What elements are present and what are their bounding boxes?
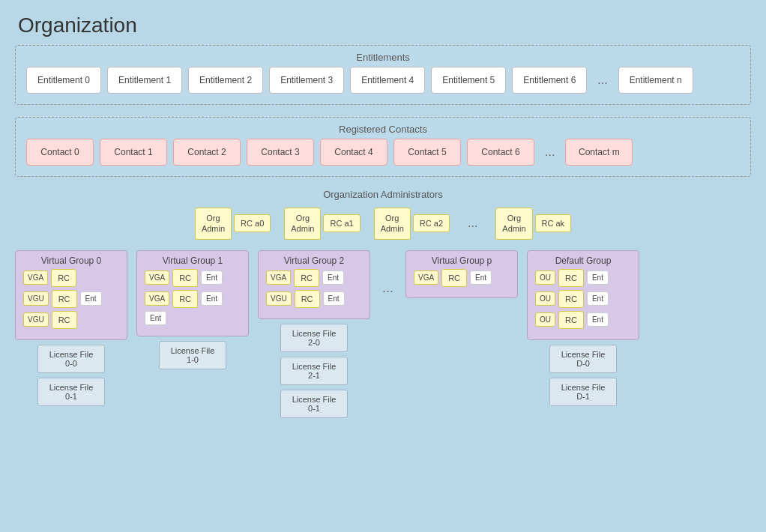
contact-item-4[interactable]: Contact 4 <box>320 139 387 166</box>
rc-box-d-2[interactable]: RC <box>558 311 584 329</box>
entitlement-item-1[interactable]: Entitlement 1 <box>107 67 182 94</box>
virtual-group-0-wrapper: Virtual Group 0 VGA RC VGU RC Ent VGU RC <box>15 250 127 406</box>
vg1-license-files: License File1-0 <box>159 341 226 369</box>
contacts-section: Registered Contacts Contact 0 Contact 1 … <box>15 117 751 177</box>
rc-box-ak[interactable]: RC ak <box>535 214 572 232</box>
rc-box-d-1[interactable]: RC <box>558 290 584 308</box>
vga-box-0-0[interactable]: VGA <box>23 270 48 285</box>
ent-box-1-0[interactable]: Ent <box>201 270 223 285</box>
ent-box-0-0[interactable]: Ent <box>80 291 102 306</box>
contact-item-3[interactable]: Contact 3 <box>247 139 314 166</box>
rc-box-d-0[interactable]: RC <box>558 269 584 287</box>
rc-box-2-0[interactable]: RC <box>294 269 319 287</box>
vg1-row-0: VGA RC Ent <box>145 269 241 287</box>
ou-box-1[interactable]: OU <box>535 291 555 306</box>
entitlement-item-2[interactable]: Entitlement 2 <box>188 67 263 94</box>
rc-box-a0[interactable]: RC a0 <box>234 214 271 232</box>
org-admin-box-0[interactable]: OrgAdmin <box>195 208 232 240</box>
rc-box-2-1[interactable]: RC <box>295 290 320 308</box>
entitlements-row: Entitlement 0 Entitlement 1 Entitlement … <box>26 67 740 94</box>
entitlement-item-n[interactable]: Entitlement n <box>618 67 693 94</box>
vg2-row-0: VGA RC Ent <box>266 269 362 287</box>
ent-box-p-0[interactable]: Ent <box>470 270 492 285</box>
vg0-row-0: VGA RC <box>23 269 119 287</box>
entitlement-item-5[interactable]: Entitlement 5 <box>431 67 506 94</box>
rc-box-a2[interactable]: RC a2 <box>413 214 450 232</box>
main-content: Entitlements Entitlement 0 Entitlement 1… <box>0 45 766 426</box>
entitlement-item-3[interactable]: Entitlement 3 <box>269 67 344 94</box>
license-file-0-0[interactable]: License File0-0 <box>37 345 105 373</box>
entitlement-item-6[interactable]: Entitlement 6 <box>512 67 587 94</box>
ent-box-2-1[interactable]: Ent <box>323 291 345 306</box>
rc-box-1-0[interactable]: RC <box>172 269 198 287</box>
rc-box-0-0[interactable]: RC <box>51 269 76 287</box>
org-admin-pair-2: OrgAdmin RC a2 <box>374 208 450 240</box>
contact-item-6[interactable]: Contact 6 <box>467 139 534 166</box>
ent-box-d-0[interactable]: Ent <box>587 270 609 285</box>
ent-box-d-2[interactable]: Ent <box>587 312 609 327</box>
org-admin-box-2[interactable]: OrgAdmin <box>374 208 411 240</box>
vg1-row-2: Ent <box>145 311 241 325</box>
virtual-group-p-label: Virtual Group p <box>432 256 492 266</box>
rc-box-0-2[interactable]: RC <box>52 311 77 329</box>
virtual-group-2: Virtual Group 2 VGA RC Ent VGU RC Ent <box>258 250 370 319</box>
contact-item-2[interactable]: Contact 2 <box>173 139 241 166</box>
vg0-row-2: VGU RC <box>23 311 119 329</box>
virtual-group-0: Virtual Group 0 VGA RC VGU RC Ent VGU RC <box>15 250 127 340</box>
vga-box-p-0[interactable]: VGA <box>414 270 438 285</box>
vgu-box-0-1[interactable]: VGU <box>23 312 49 327</box>
license-file-2-0[interactable]: License File2-0 <box>280 324 348 352</box>
org-admins-section: Organization Administrators OrgAdmin RC … <box>15 189 751 240</box>
vgp-row-0: VGA RC Ent <box>414 269 510 287</box>
org-admins-row: OrgAdmin RC a0 OrgAdmin RC a1 OrgAdmin R… <box>15 208 751 240</box>
contact-item-5[interactable]: Contact 5 <box>393 139 461 166</box>
ou-box-0[interactable]: OU <box>535 270 555 285</box>
ent-box-1-2[interactable]: Ent <box>145 311 166 325</box>
dg-row-2: OU RC Ent <box>535 311 631 329</box>
ent-box-2-0[interactable]: Ent <box>322 270 344 285</box>
virtual-group-p-wrapper: Virtual Group p VGA RC Ent <box>405 250 518 298</box>
vgu-box-2-0[interactable]: VGU <box>266 291 292 306</box>
license-file-1-0[interactable]: License File1-0 <box>159 341 226 369</box>
default-group-wrapper: Default Group OU RC Ent OU RC Ent OU RC <box>527 250 639 406</box>
vg0-license-files: License File0-0 License File0-1 <box>37 345 105 406</box>
page-container: Organization Entitlements Entitlement 0 … <box>0 0 766 426</box>
vg1-row-1: VGA RC Ent <box>145 290 241 308</box>
license-file-d-1[interactable]: License FileD-1 <box>549 378 617 406</box>
org-admins-label: Organization Administrators <box>15 189 751 200</box>
vg0-row-1: VGU RC Ent <box>23 290 119 308</box>
default-group-license-files: License FileD-0 License FileD-1 <box>549 345 617 406</box>
contact-item-1[interactable]: Contact 1 <box>100 139 167 166</box>
rc-box-0-1[interactable]: RC <box>52 290 77 308</box>
contacts-row: Contact 0 Contact 1 Contact 2 Contact 3 … <box>26 139 740 166</box>
rc-box-1-1[interactable]: RC <box>172 290 198 308</box>
entitlements-section: Entitlements Entitlement 0 Entitlement 1… <box>15 45 751 105</box>
org-admin-box-k[interactable]: OrgAdmin <box>495 208 532 240</box>
virtual-group-p: Virtual Group p VGA RC Ent <box>405 250 518 298</box>
ou-box-2[interactable]: OU <box>535 312 555 327</box>
license-file-0-1[interactable]: License File0-1 <box>37 378 105 406</box>
vgu-box-0-0[interactable]: VGU <box>23 291 49 306</box>
contact-item-0[interactable]: Contact 0 <box>26 139 94 166</box>
ent-box-d-1[interactable]: Ent <box>587 291 609 306</box>
dg-row-0: OU RC Ent <box>535 269 631 287</box>
org-admin-box-1[interactable]: OrgAdmin <box>284 208 321 240</box>
groups-row: Virtual Group 0 VGA RC VGU RC Ent VGU RC <box>15 250 751 418</box>
vga-box-1-0[interactable]: VGA <box>145 270 169 285</box>
rc-box-a1[interactable]: RC a1 <box>323 214 360 232</box>
ent-box-1-1[interactable]: Ent <box>201 291 223 306</box>
default-group-label: Default Group <box>555 256 612 266</box>
virtual-group-1: Virtual Group 1 VGA RC Ent VGA RC Ent En… <box>136 250 249 336</box>
rc-box-p-0[interactable]: RC <box>441 269 467 287</box>
contact-item-m[interactable]: Contact m <box>565 139 633 166</box>
contacts-ellipsis: ... <box>540 145 559 159</box>
license-file-2-1[interactable]: License File2-1 <box>280 357 348 385</box>
groups-ellipsis: ... <box>379 250 396 296</box>
entitlement-item-0[interactable]: Entitlement 0 <box>26 67 101 94</box>
vga-box-2-0[interactable]: VGA <box>266 270 291 285</box>
license-file-d-0[interactable]: License FileD-0 <box>549 345 617 373</box>
page-title: Organization <box>0 0 766 45</box>
vga-box-1-1[interactable]: VGA <box>145 291 169 306</box>
entitlement-item-4[interactable]: Entitlement 4 <box>350 67 425 94</box>
license-file-2-2[interactable]: License File0-1 <box>280 390 348 418</box>
